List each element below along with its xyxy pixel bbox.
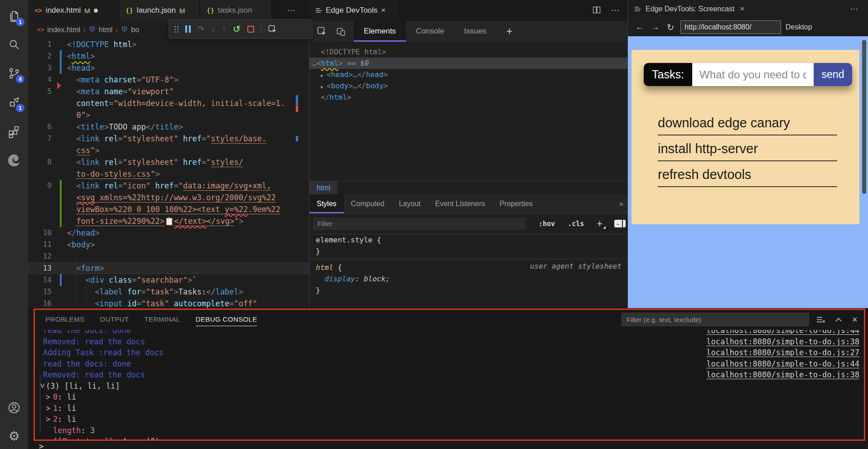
tab-overflow-chevron-icon[interactable]: » [619, 199, 623, 208]
css-declaration[interactable]: display: block; [309, 273, 628, 285]
pseudo-state-button[interactable]: :hov [539, 220, 555, 228]
more-actions-icon[interactable]: ⋯ [611, 5, 619, 15]
devtools-toolbar: ElementsConsoleIssues + [309, 21, 628, 42]
filter-icon[interactable] [816, 316, 825, 323]
todo-item[interactable]: download edge canary [658, 116, 837, 135]
pause-button[interactable] [185, 25, 191, 33]
expand-chevron[interactable]: > [46, 403, 53, 414]
console-expandable-row[interactable]: >0: li [35, 391, 863, 403]
stop-button[interactable] [247, 26, 254, 33]
device-emulation-icon[interactable] [334, 27, 347, 36]
close-icon[interactable]: × [381, 6, 386, 15]
styles-tab-computed[interactable]: Computed [344, 194, 392, 213]
breadcrumb-item[interactable]: index.html [47, 26, 80, 34]
reload-button[interactable]: ↻ [667, 22, 674, 33]
console-expandable-row[interactable]: >(3) [li, li, li] [35, 381, 863, 392]
back-button[interactable]: ← [635, 22, 644, 32]
toggle-sidebar-icon[interactable] [614, 220, 626, 227]
dom-breadcrumb-item[interactable]: html [309, 181, 338, 195]
tab-tasks-json[interactable]: {} tasks.json [200, 0, 272, 21]
console-expandable-row[interactable]: >2: li [35, 414, 863, 425]
split-editor-icon[interactable] [592, 5, 601, 14]
new-style-rule-button[interactable]: + [597, 218, 603, 230]
run-debug-icon[interactable]: 1 [0, 92, 28, 113]
console-expandable-row[interactable]: >1: li [35, 403, 863, 414]
step-into-button[interactable]: ↓ [211, 25, 215, 33]
dom-tree-row[interactable]: ▶<head>…</head> [309, 69, 628, 80]
source-link[interactable]: localhost:8080/simple-to-do.js:44 [706, 330, 859, 336]
expand-chevron[interactable]: > [46, 414, 53, 425]
dirty-indicator[interactable] [94, 9, 98, 13]
gutter-mod-marker [60, 274, 62, 286]
forward-button[interactable]: → [651, 22, 660, 32]
expand-arrow-icon[interactable]: ▶ [321, 84, 323, 89]
html-file-icon: <> [34, 7, 42, 14]
source-control-icon[interactable]: 4 [0, 63, 28, 84]
dom-tree-row[interactable]: <!DOCTYPE html> [309, 46, 628, 58]
explorer-icon[interactable]: 1 [0, 5, 28, 27]
stylesheet-origin: user agent stylesheet [530, 262, 622, 270]
restart-button[interactable]: ↺ [233, 24, 241, 34]
source-link[interactable]: localhost:8080/simple-to-do.js:27 [706, 347, 859, 358]
source-link[interactable]: localhost:8080/simple-to-do.js:38 [706, 369, 859, 381]
devtools-tab-elements[interactable]: Elements [354, 21, 406, 42]
expand-chevron[interactable]: > [46, 391, 53, 403]
expand-chevron[interactable]: > [37, 383, 48, 391]
styles-tab-properties[interactable]: Properties [492, 194, 540, 213]
devtools-tab-issues[interactable]: Issues [454, 21, 496, 42]
panel-tab-terminal[interactable]: TERMINAL [145, 315, 180, 323]
step-over-button[interactable]: ↷ [198, 25, 204, 33]
search-icon[interactable] [0, 34, 28, 55]
tab-edge-devtools[interactable]: Edge DevTools × [309, 0, 400, 21]
panel-tab-problems[interactable]: PROBLEMS [45, 315, 85, 323]
panel-tab-output[interactable]: OUTPUT [100, 315, 129, 323]
device-mode-label[interactable]: Desktop [786, 23, 812, 31]
edge-devtools-icon[interactable] [0, 150, 28, 171]
send-button[interactable]: send [814, 63, 852, 86]
settings-gear-icon[interactable]: ⚙ [0, 425, 28, 447]
todo-item[interactable]: install http-server [658, 141, 837, 161]
step-out-button[interactable]: ↑ [222, 25, 226, 33]
inspect-element-icon[interactable] [315, 27, 328, 36]
breadcrumb-item[interactable]: html [99, 26, 112, 34]
element-style-rule[interactable]: element.style { [309, 234, 628, 246]
add-tool-icon[interactable]: + [506, 25, 512, 38]
class-toggle-button[interactable]: .cls [568, 220, 584, 228]
expand-chevron[interactable]: > [46, 436, 53, 440]
close-panel-icon[interactable]: × [852, 314, 858, 325]
task-input[interactable] [692, 63, 814, 86]
styles-filter-input[interactable] [313, 217, 526, 230]
todo-list: download edge canaryinstall http-serverr… [658, 116, 837, 193]
tab-launch-json[interactable]: {} launch.json M [119, 0, 200, 21]
dom-tree-row[interactable]: …<html> == $0 [309, 58, 628, 69]
close-icon[interactable]: × [740, 5, 745, 14]
todo-item[interactable]: refresh devtools [658, 167, 837, 187]
styles-tab-event-listeners[interactable]: Event Listeners [428, 194, 492, 213]
inspect-button[interactable] [268, 25, 277, 34]
styles-tab-styles[interactable]: Styles [309, 194, 344, 213]
tab-index-html[interactable]: <> index.html M [28, 0, 119, 21]
scrollbar-thumb[interactable] [862, 40, 866, 194]
console-input-prompt[interactable]: > [39, 442, 43, 449]
account-icon[interactable] [0, 397, 28, 419]
git-modified-indicator: M [179, 7, 185, 14]
devtools-tabs: ElementsConsoleIssues [354, 21, 496, 42]
breadcrumb-item[interactable]: bo [131, 26, 139, 34]
devtools-tab-console[interactable]: Console [406, 21, 454, 42]
url-input[interactable]: http://localhost:8080/ [680, 20, 781, 34]
source-link[interactable]: localhost:8080/simple-to-do.js:44 [706, 358, 859, 370]
styles-tab-layout[interactable]: Layout [391, 194, 428, 213]
extensions-icon[interactable] [0, 121, 28, 142]
more-actions-icon[interactable]: ⋯ [850, 4, 858, 14]
source-link[interactable]: localhost:8080/simple-to-do.js:38 [706, 336, 859, 348]
dom-tree-row[interactable]: </html> [309, 92, 628, 103]
code-editor[interactable]: 1<!DOCTYPE html>2<html>3<head>4 <meta ch… [28, 39, 309, 308]
editor-actions-more-icon[interactable]: ⋯ [287, 5, 296, 15]
dom-tree-row[interactable]: ▶<body>…</body> [309, 80, 628, 92]
console-filter-input[interactable] [622, 313, 809, 326]
chevron-up-icon[interactable] [835, 317, 842, 322]
expand-arrow-icon[interactable]: ▶ [321, 73, 323, 78]
panel-tab-debug-console[interactable]: DEBUG CONSOLE [196, 315, 257, 323]
console-expandable-row[interactable]: >[[Prototype]]: Array(0) [35, 436, 863, 440]
drag-handle-icon[interactable] [174, 26, 178, 33]
